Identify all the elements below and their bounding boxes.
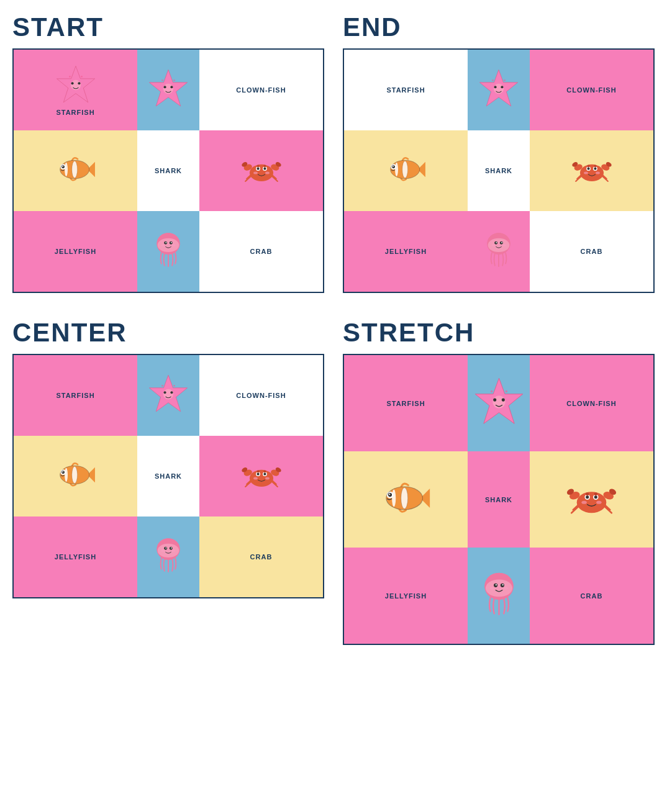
svg-point-111: [256, 473, 259, 476]
cell-end-r1-c1: SHARK: [468, 130, 530, 211]
label-starfish: STARFISH: [56, 392, 94, 399]
card-stretch: STARFISH CLOWN-FISH: [343, 354, 655, 645]
label-shark: SHARK: [155, 472, 182, 480]
cell-center-r2-c2: CRAB: [199, 517, 323, 597]
svg-point-151: [586, 495, 589, 498]
title-center: CENTER: [12, 318, 324, 348]
svg-point-89: [170, 391, 173, 394]
cell-center-r0-c1: [137, 355, 199, 436]
svg-point-18: [62, 166, 63, 167]
svg-point-34: [265, 171, 270, 174]
svg-point-88: [164, 391, 166, 394]
svg-point-10: [161, 79, 163, 81]
svg-point-5: [81, 76, 83, 78]
section-stretch: STRETCHSTARFISH CLOWN-FISH: [343, 318, 655, 645]
cell-center-r2-c0: JELLYFISH: [14, 517, 137, 597]
animal-clownfish: [385, 148, 427, 193]
label-clown-fish: CLOWN-FISH: [566, 400, 616, 407]
main-grid: START STARFISH CLOWN-FISH: [12, 12, 655, 645]
svg-point-4: [69, 76, 71, 78]
cell-center-r0-c0: STARFISH: [14, 355, 137, 436]
svg-point-164: [489, 587, 494, 590]
svg-point-20: [249, 165, 273, 181]
animal-clownfish: [379, 472, 432, 527]
label-clown-fish: CLOWN-FISH: [566, 86, 616, 94]
cell-stretch-r2-c1: [468, 548, 530, 644]
title-stretch: STRETCH: [343, 318, 655, 348]
label-clown-fish: CLOWN-FISH: [236, 86, 286, 94]
cell-end-r0-c0: STARFISH: [344, 50, 468, 130]
svg-point-94: [65, 468, 68, 482]
svg-point-156: [594, 492, 597, 495]
label-jellyfish: JELLYFISH: [55, 248, 96, 255]
section-start: START STARFISH CLOWN-FISH: [12, 12, 324, 293]
svg-point-72: [594, 168, 596, 170]
svg-point-83: [501, 242, 502, 243]
label-shark: SHARK: [485, 167, 512, 174]
label-jellyfish: JELLYFISH: [385, 592, 427, 600]
animal-crab: [240, 148, 283, 193]
title-start: START: [12, 12, 324, 42]
cell-center-r2-c1: [137, 517, 199, 597]
animal-crab: [571, 148, 613, 193]
svg-point-44: [161, 244, 165, 246]
svg-point-51: [504, 79, 506, 81]
cell-start-r0-c0: STARFISH: [14, 50, 137, 130]
svg-point-113: [253, 477, 258, 479]
svg-point-45: [172, 244, 176, 246]
svg-point-152: [594, 495, 597, 498]
animal-starfish: [473, 376, 525, 431]
cell-end-r2-c0: JELLYFISH: [344, 211, 468, 292]
animal-jellyfish: [147, 229, 189, 274]
animal-starfish: [478, 68, 520, 112]
cell-stretch-r1-c0: [344, 451, 468, 548]
svg-point-3: [78, 82, 80, 84]
svg-point-49: [501, 86, 503, 88]
svg-point-76: [594, 165, 596, 168]
svg-point-14: [65, 163, 68, 176]
cell-start-r2-c0: JELLYFISH: [14, 211, 137, 292]
svg-point-35: [256, 165, 259, 168]
svg-point-71: [587, 168, 589, 170]
svg-point-134: [392, 490, 396, 507]
svg-point-130: [490, 390, 492, 392]
svg-point-123: [171, 548, 172, 549]
cell-start-r1-c2: [199, 130, 323, 211]
cell-center-r1-c0: [14, 436, 137, 517]
cell-end-r1-c0: [344, 130, 468, 211]
cell-start-r0-c1: [137, 50, 199, 130]
svg-point-2: [71, 82, 73, 84]
svg-point-31: [256, 168, 259, 170]
animal-jellyfish: [147, 535, 189, 579]
svg-point-84: [491, 244, 495, 246]
svg-point-11: [173, 79, 175, 81]
animal-clownfish: [55, 148, 97, 193]
cell-start-r0-c2: CLOWN-FISH: [199, 50, 323, 130]
svg-point-129: [501, 399, 504, 402]
svg-point-125: [172, 549, 176, 552]
svg-point-50: [492, 79, 494, 81]
svg-point-90: [161, 385, 163, 387]
svg-point-33: [253, 171, 258, 174]
svg-point-79: [488, 238, 510, 252]
svg-point-162: [495, 584, 496, 585]
svg-point-138: [389, 494, 390, 495]
svg-point-32: [263, 168, 266, 170]
svg-point-36: [263, 165, 266, 168]
svg-point-42: [165, 242, 166, 243]
section-end: ENDSTARFISH CLOWN-FISH: [343, 12, 655, 293]
cell-start-r1-c1: SHARK: [137, 130, 199, 211]
svg-point-163: [502, 584, 503, 585]
svg-point-48: [494, 86, 497, 88]
cell-stretch-r2-c0: JELLYFISH: [344, 548, 468, 644]
cell-center-r0-c2: CLOWN-FISH: [199, 355, 323, 436]
label-clown-fish: CLOWN-FISH: [236, 392, 286, 399]
svg-point-85: [502, 244, 506, 246]
svg-point-128: [493, 399, 496, 402]
svg-point-140: [577, 492, 607, 513]
svg-point-124: [161, 549, 165, 552]
card-start: STARFISH CLOWN-FISH: [12, 48, 324, 293]
cell-start-r2-c2: CRAB: [199, 211, 323, 292]
cell-stretch-r1-c2: [530, 451, 653, 548]
svg-point-153: [581, 501, 587, 504]
